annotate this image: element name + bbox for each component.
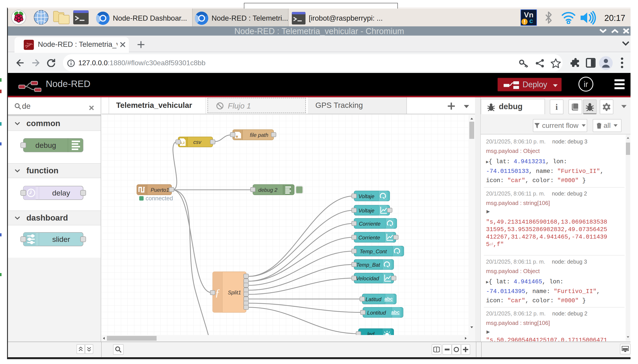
svg-text:abc: abc	[384, 296, 393, 302]
svg-text:Split1: Split1	[228, 290, 241, 296]
svg-text:ƒ: ƒ	[215, 287, 220, 298]
svg-text:connected: connected	[146, 195, 173, 202]
svg-text:debug 2: debug 2	[258, 187, 278, 193]
svg-text:delay: delay	[52, 189, 70, 197]
svg-text:Corriente: Corriente	[358, 234, 380, 240]
svg-text:Voltaje: Voltaje	[358, 193, 374, 199]
svg-text:c: c	[529, 17, 533, 24]
svg-text:Temp_Bat: Temp_Bat	[356, 262, 380, 268]
svg-text:slider: slider	[52, 235, 70, 244]
svg-text:abc: abc	[391, 310, 400, 315]
svg-text:Latitud: Latitud	[365, 296, 381, 302]
svg-text:!: !	[524, 18, 526, 25]
svg-text:led: led	[367, 331, 374, 335]
svg-text:Velocidad: Velocidad	[356, 276, 379, 282]
svg-text:file path: file path	[250, 132, 268, 138]
svg-text:Temp_Cont: Temp_Cont	[360, 248, 387, 254]
svg-text:debug: debug	[35, 141, 56, 150]
svg-text:Lontitud: Lontitud	[367, 310, 386, 316]
svg-text:Voltaje: Voltaje	[358, 208, 374, 214]
svg-text:Corriente: Corriente	[359, 221, 381, 227]
svg-text:Puerto1: Puerto1	[151, 187, 169, 193]
svg-text:1,2: 1,2	[180, 141, 185, 144]
svg-text:csv: csv	[193, 139, 202, 145]
